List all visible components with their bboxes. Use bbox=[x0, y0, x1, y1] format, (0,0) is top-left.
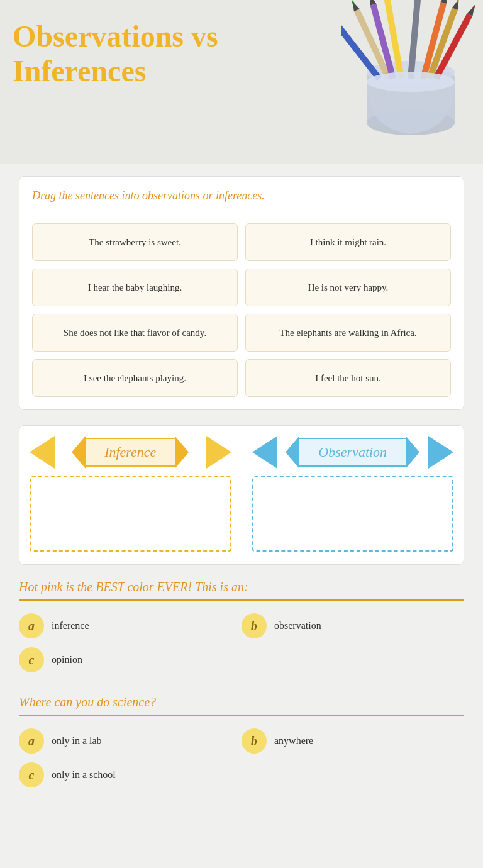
drag-instruction: Drag the sentences into observations or … bbox=[32, 189, 451, 203]
question2-header: Where can you do science? bbox=[19, 695, 464, 716]
inference-right-arrow bbox=[206, 436, 231, 469]
sentence-card[interactable]: I think it might rain. bbox=[245, 223, 451, 261]
badge-b: b bbox=[242, 613, 267, 638]
sentence-card[interactable]: I feel the hot sun. bbox=[245, 359, 451, 397]
inference-label: Inference bbox=[84, 438, 176, 467]
sentence-card[interactable]: The strawberry is sweet. bbox=[32, 223, 238, 261]
drop-zones-section: Inference Observation bbox=[19, 425, 464, 565]
question1-option-b[interactable]: b observation bbox=[242, 613, 464, 638]
drag-divider bbox=[32, 213, 451, 213]
option-a-label: inference bbox=[52, 620, 89, 632]
sentence-card[interactable]: I see the elephants playing. bbox=[32, 359, 238, 397]
page-title: Observations vs Inferences bbox=[13, 19, 277, 88]
badge-a: a bbox=[19, 613, 44, 638]
option-c-label: opinion bbox=[52, 654, 82, 665]
main-content: Drag the sentences into observations or … bbox=[0, 164, 483, 835]
observation-drop-area[interactable] bbox=[252, 476, 454, 552]
badge-b: b bbox=[242, 728, 267, 754]
inference-drop-area[interactable] bbox=[30, 476, 231, 552]
question2-option-b[interactable]: b anywhere bbox=[242, 728, 464, 754]
question2-option-c[interactable]: c only in a school bbox=[19, 762, 464, 787]
question1-section: Hot pink is the BEST color EVER! This is… bbox=[19, 580, 464, 675]
inference-left-arrow bbox=[30, 436, 55, 469]
option-b-label: observation bbox=[274, 620, 321, 632]
svg-marker-37 bbox=[206, 436, 231, 469]
sentence-card[interactable]: He is not very happy. bbox=[245, 269, 451, 306]
question2-option-a[interactable]: a only in a lab bbox=[19, 728, 242, 754]
option-b-label: anywhere bbox=[274, 735, 313, 747]
question1-options: a inference b observation c opinion bbox=[19, 611, 464, 675]
question1-option-c[interactable]: c opinion bbox=[19, 647, 464, 672]
observation-label: Observation bbox=[298, 438, 407, 467]
question1-option-a[interactable]: a inference bbox=[19, 613, 242, 638]
question2-options: a only in a lab b anywhere c only in a s… bbox=[19, 726, 464, 790]
badge-a: a bbox=[19, 728, 44, 754]
svg-marker-36 bbox=[30, 436, 55, 469]
observation-banner: Observation bbox=[252, 436, 454, 469]
observation-right-arrow bbox=[428, 436, 453, 469]
sentence-card[interactable]: She does not like that flavor of candy. bbox=[32, 314, 238, 352]
inference-drop-zone[interactable]: Inference bbox=[30, 436, 242, 552]
observation-left-arrow bbox=[252, 436, 277, 469]
question1-header: Hot pink is the BEST color EVER! This is… bbox=[19, 580, 464, 601]
header: Observations vs Inferences bbox=[0, 0, 483, 164]
badge-c: c bbox=[19, 762, 44, 787]
sentence-grid: The strawberry is sweet. I think it migh… bbox=[32, 223, 451, 397]
drag-section: Drag the sentences into observations or … bbox=[19, 176, 464, 410]
sentence-card[interactable]: I hear the baby laughing. bbox=[32, 269, 238, 306]
inference-banner: Inference bbox=[30, 436, 231, 469]
option-a-label: only in a lab bbox=[52, 735, 102, 747]
svg-point-35 bbox=[367, 72, 455, 92]
pencil-cup-illustration bbox=[341, 0, 483, 160]
sentence-card[interactable]: The elephants are walking in Africa. bbox=[245, 314, 451, 352]
question2-section: Where can you do science? a only in a la… bbox=[19, 695, 464, 790]
question2-text: Where can you do science? bbox=[19, 695, 464, 709]
observation-drop-zone[interactable]: Observation bbox=[242, 436, 454, 552]
option-c-label: only in a school bbox=[52, 769, 116, 781]
svg-marker-38 bbox=[252, 436, 277, 469]
question1-text: Hot pink is the BEST color EVER! This is… bbox=[19, 580, 464, 594]
badge-c: c bbox=[19, 647, 44, 672]
svg-marker-39 bbox=[428, 436, 453, 469]
